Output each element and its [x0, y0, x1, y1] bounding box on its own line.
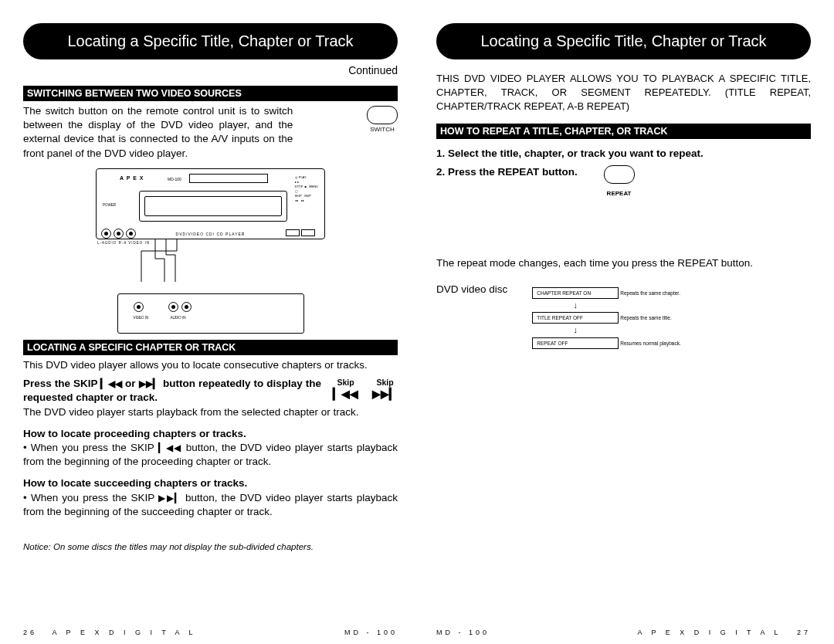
sub1-body: • When you press the SKIP ▎◀◀ button, th… — [23, 441, 398, 469]
sub2-body: • When you press the SKIP ▶▶▎ button, th… — [23, 491, 398, 519]
av-connection-lines — [23, 239, 398, 293]
repeat-result: The repeat mode changes, each time you p… — [436, 256, 811, 270]
switch-label: SWITCH — [367, 126, 398, 134]
sub2-heading: How to locate succeeding chapters or tra… — [23, 476, 398, 490]
skip-back-icon: ▎◀◀ — [333, 388, 358, 399]
section-heading-switching: SWITCHING BETWEEN TWO VIDEO SOURCES — [23, 86, 398, 101]
skip-forward-icon: ▶▶▎ — [372, 388, 398, 399]
page-title-left: Locating a Specific Title, Chapter or Tr… — [23, 23, 398, 59]
skip-result: The DVD video player starts playback fro… — [23, 405, 398, 419]
repeat-intro: THIS DVD VIDEO PLAYER ALLOWS YOU TO PLAY… — [436, 72, 811, 114]
locating-intro: This DVD video player allows you to loca… — [23, 358, 398, 372]
sub1-heading: How to locate proceeding chapters or tra… — [23, 427, 398, 441]
switching-body: SWITCH The switch button on the remote c… — [23, 104, 398, 161]
page-title-right: Locating a Specific Title, Chapter or Tr… — [436, 23, 811, 59]
skip-buttons-diagram: Skip▎◀◀ Skip▶▶▎ — [333, 377, 398, 399]
dvd-player-diagram: A P E X MD-100 POWER ◎ PLAY ▸ ▸ STOP ■ M… — [96, 168, 325, 239]
section-heading-repeat: HOW TO REPEAT A TITLE, CHAPTER, OR TRACK — [436, 124, 811, 139]
page-left: Locating a Specific Title, Chapter or Tr… — [23, 23, 398, 636]
repeat-state-diagram: CHAPTER REPEAT ONRepeats the same chapte… — [531, 286, 682, 350]
repeat-button-illustration: REPEAT — [604, 165, 635, 199]
repeat-step1: 1. Select the title, chapter, or track y… — [436, 147, 811, 161]
external-device-diagram: VIDEO IN AUDIO IN — [117, 293, 304, 334]
section-heading-locating: LOCATING A SPECIFIC CHAPTER OR TRACK — [23, 340, 398, 355]
repeat-step2: 2. Press the REPEAT button. REPEAT — [436, 165, 811, 199]
footer-left: 26 A P E X D I G I T A L MD - 100 — [23, 629, 398, 636]
disc-label: DVD video disc — [436, 283, 507, 297]
skip-instruction: Skip▎◀◀ Skip▶▶▎ Press the SKIP ▎◀◀ or ▶▶… — [23, 377, 398, 405]
footer-right: MD - 100 A P E X D I G I T A L 27 — [436, 629, 811, 636]
continued-label: Continued — [23, 64, 398, 76]
switch-button-illustration: SWITCH — [367, 106, 398, 134]
notice: Notice: On some discs the titles may not… — [23, 542, 398, 551]
page-right: Locating a Specific Title, Chapter or Tr… — [436, 23, 811, 636]
